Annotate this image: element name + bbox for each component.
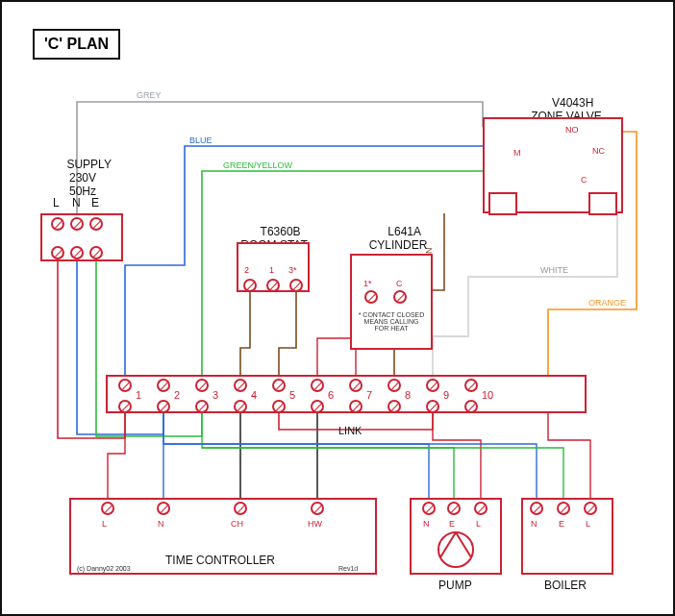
tc-ch xyxy=(234,502,247,515)
zonevalve-c: C xyxy=(581,175,588,185)
tc-hw-label: HW xyxy=(308,519,322,529)
zonevalve-jbox-r xyxy=(588,192,617,215)
svg-text:BLUE: BLUE xyxy=(189,136,212,145)
strip-bot-9 xyxy=(426,400,439,413)
tc-l xyxy=(101,502,114,515)
supply-l: L xyxy=(53,196,60,209)
strip-n3: 3 xyxy=(212,389,218,401)
strip-n4: 4 xyxy=(251,389,257,401)
cylstat-note: * CONTACT CLOSED MEANS CALLING FOR HEAT xyxy=(356,311,427,332)
pump-e-label: E xyxy=(449,519,455,529)
cylstat-t1 xyxy=(364,290,378,304)
strip-bot-6 xyxy=(311,400,324,413)
boiler-n-label: N xyxy=(531,519,538,529)
supply-term xyxy=(89,217,103,231)
strip-top-4 xyxy=(234,379,247,392)
strip-top-2 xyxy=(157,379,170,392)
supply-e: E xyxy=(91,196,99,209)
tc-ch-label: CH xyxy=(231,519,243,529)
boiler-e-label: E xyxy=(559,519,564,529)
strip-bot-2 xyxy=(157,400,170,413)
zonevalve-jbox-l xyxy=(488,192,517,215)
pump-n-label: N xyxy=(423,519,430,529)
roomstat-t3 xyxy=(289,279,303,292)
roomstat-pin-2: 2 xyxy=(244,265,249,275)
zonevalve-no: NO xyxy=(565,125,579,135)
supply-n: N xyxy=(72,196,81,209)
pump-n xyxy=(422,502,436,515)
strip-top-9 xyxy=(426,379,439,392)
pump-label: PUMP xyxy=(438,579,472,592)
svg-text:GREY: GREY xyxy=(137,90,162,100)
supply-term xyxy=(51,246,64,259)
strip-n9: 9 xyxy=(443,389,449,401)
strip-bot-7 xyxy=(349,400,362,413)
roomstat-pin-3: 3* xyxy=(288,265,297,275)
strip-n2: 2 xyxy=(174,389,180,401)
tc-n-label: N xyxy=(158,519,164,529)
strip-bot-1 xyxy=(118,400,132,413)
strip-bot-10 xyxy=(464,400,478,413)
roomstat-t2 xyxy=(243,279,257,292)
boiler-n xyxy=(530,502,543,515)
cylstat-tc xyxy=(393,290,407,304)
strip-top-1 xyxy=(118,379,132,392)
tc-hw xyxy=(311,502,324,515)
strip-top-5 xyxy=(272,379,286,392)
zonevalve-m: M xyxy=(513,148,521,158)
boiler-label: BOILER xyxy=(544,579,587,592)
strip-n6: 6 xyxy=(328,389,334,401)
copyright: (c) Danny02 2003 xyxy=(77,565,131,572)
strip-n5: 5 xyxy=(289,389,295,401)
strip-bot-8 xyxy=(388,400,401,413)
time-controller-label: TIME CONTROLLER xyxy=(165,554,275,567)
pump-l xyxy=(474,502,488,515)
boiler-e xyxy=(557,502,570,515)
cylstat-box xyxy=(350,254,433,350)
strip-bot-5 xyxy=(272,400,286,413)
link-label: LINK xyxy=(338,425,362,436)
boiler-l xyxy=(584,502,597,515)
strip-n8: 8 xyxy=(405,389,411,401)
strip-top-8 xyxy=(388,379,401,392)
supply-term xyxy=(89,246,103,259)
strip-top-7 xyxy=(349,379,362,392)
boiler-l-label: L xyxy=(586,519,590,529)
pump-e xyxy=(447,502,461,515)
rev: Rev1d xyxy=(338,565,358,572)
supply-term xyxy=(70,246,84,259)
supply-term xyxy=(70,217,84,231)
strip-top-6 xyxy=(311,379,324,392)
strip-top-10 xyxy=(464,379,478,392)
roomstat-t1 xyxy=(266,279,280,292)
strip-top-3 xyxy=(195,379,209,392)
zonevalve-nc: NC xyxy=(592,146,605,156)
diagram-frame: 'C' PLAN GREY BLUE GREEN/YELLOW BROWN WH… xyxy=(0,0,675,616)
tc-n xyxy=(157,502,170,515)
svg-text:ORANGE: ORANGE xyxy=(588,298,626,308)
supply-term xyxy=(51,217,64,231)
roomstat-pin-1: 1 xyxy=(269,265,274,275)
strip-n10: 10 xyxy=(482,389,493,401)
plan-title: 'C' PLAN xyxy=(33,29,120,60)
cylstat-pin-c: C xyxy=(396,279,403,288)
strip-n1: 1 xyxy=(136,389,141,401)
pump-l-label: L xyxy=(476,519,481,529)
strip-bot-3 xyxy=(195,400,209,413)
cylstat-pin-1: 1* xyxy=(363,279,372,288)
tc-l-label: L xyxy=(102,519,107,529)
strip-n7: 7 xyxy=(366,389,372,401)
svg-text:WHITE: WHITE xyxy=(540,265,568,275)
strip-bot-4 xyxy=(234,400,247,413)
svg-text:GREEN/YELLOW: GREEN/YELLOW xyxy=(223,160,293,170)
